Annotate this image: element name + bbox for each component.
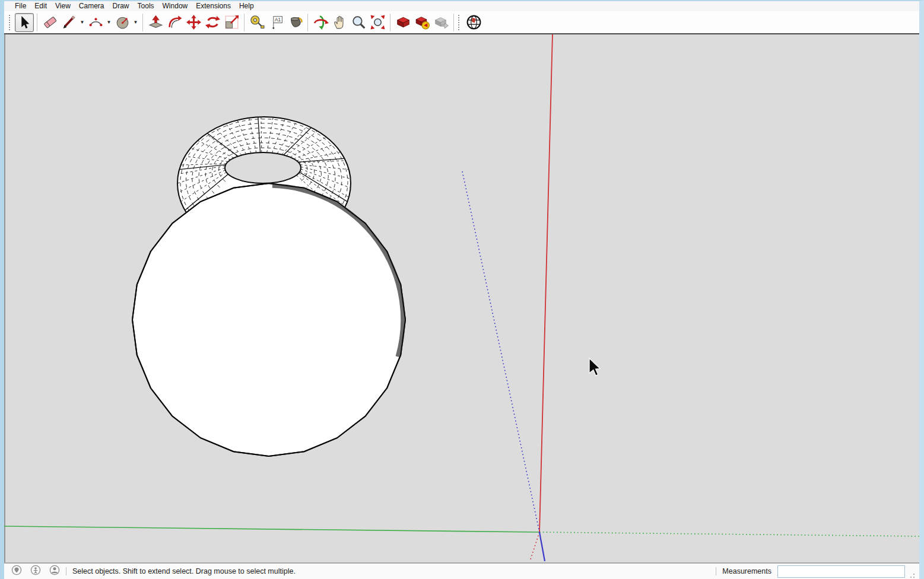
- circle-icon: [115, 14, 131, 30]
- toolbar-separator: [37, 14, 37, 31]
- pan-button[interactable]: [330, 13, 349, 32]
- zoom-button[interactable]: [349, 13, 368, 32]
- signin-icon[interactable]: [49, 565, 60, 578]
- menu-help[interactable]: Help: [235, 1, 258, 11]
- paint-bucket-button[interactable]: [285, 13, 304, 32]
- push-pull-button[interactable]: [146, 13, 165, 32]
- pan-icon: [332, 14, 348, 30]
- paint-bucket-icon: [287, 14, 303, 30]
- blue-axis-dotted: [462, 171, 539, 532]
- text-icon: A1: [268, 14, 284, 30]
- share-model-button[interactable]: [412, 13, 431, 32]
- menu-tools[interactable]: Tools: [134, 1, 158, 11]
- toolbar-drag-handle[interactable]: [9, 15, 12, 30]
- scale-button[interactable]: [222, 13, 241, 32]
- rotate-button[interactable]: [203, 13, 222, 32]
- toolbar-separator: [142, 14, 143, 31]
- mouse-cursor: [589, 358, 600, 376]
- blue-axis-solid: [539, 532, 545, 561]
- red-axis-solid: [539, 34, 553, 532]
- sketchup-window: FileEditViewCameraDrawToolsWindowExtensi…: [0, 0, 924, 579]
- tape-measure-button[interactable]: [247, 13, 266, 32]
- toolbar-separator: [307, 14, 308, 31]
- orbit-icon: [313, 14, 329, 30]
- toolbar-drag-handle[interactable]: [458, 15, 462, 30]
- status-divider: [66, 567, 66, 575]
- green-axis-dotted: [539, 532, 919, 536]
- menu-bar: FileEditViewCameraDrawToolsWindowExtensi…: [4, 1, 919, 11]
- eraser-button[interactable]: [40, 13, 59, 32]
- menu-edit[interactable]: Edit: [30, 1, 51, 11]
- push-pull-icon: [148, 14, 164, 30]
- tape-measure-icon: [249, 14, 265, 30]
- move-icon: [186, 14, 202, 30]
- arc-dropdown-arrow[interactable]: ▼: [105, 13, 113, 32]
- rotate-icon: [205, 14, 221, 30]
- toolbar-separator: [390, 14, 390, 31]
- circle-button[interactable]: [113, 13, 132, 32]
- measurements-input[interactable]: [777, 565, 905, 578]
- zoom-icon: [351, 14, 367, 30]
- zoom-extents-icon: [370, 14, 386, 30]
- toolbar-separator: [453, 14, 454, 31]
- menu-draw[interactable]: Draw: [109, 1, 134, 11]
- credits-icon[interactable]: [30, 565, 41, 578]
- add-location-icon: [466, 14, 482, 30]
- geolocation-icon[interactable]: [11, 565, 22, 578]
- resize-grip[interactable]: [909, 572, 916, 579]
- menu-file[interactable]: File: [11, 1, 30, 11]
- line-dropdown-arrow[interactable]: ▼: [78, 13, 86, 32]
- select-button[interactable]: [15, 13, 34, 32]
- menu-view[interactable]: View: [51, 1, 75, 11]
- share-component-icon: [433, 14, 449, 30]
- toolbar-separator: [244, 14, 245, 31]
- share-component-button[interactable]: [431, 13, 450, 32]
- red-axis-dotted: [530, 532, 539, 561]
- menu-extensions[interactable]: Extensions: [192, 1, 235, 11]
- line-button[interactable]: [59, 13, 78, 32]
- orbit-button[interactable]: [311, 13, 330, 32]
- line-icon: [61, 14, 77, 30]
- measurements-divider: [716, 567, 716, 575]
- get-models-button[interactable]: [393, 13, 412, 32]
- move-button[interactable]: [184, 13, 203, 32]
- circle-dropdown-arrow[interactable]: ▼: [132, 13, 139, 32]
- text-button[interactable]: A1: [266, 13, 285, 32]
- get-models-icon: [395, 14, 411, 30]
- scale-icon: [224, 14, 240, 30]
- follow-me-icon: [167, 14, 183, 30]
- svg-text:A1: A1: [274, 17, 281, 23]
- status-hint: Select objects. Shift to extend select. …: [72, 567, 296, 575]
- menu-window[interactable]: Window: [158, 1, 192, 11]
- eraser-icon: [42, 14, 58, 30]
- toolbar: ▼▼▼A1: [4, 11, 919, 34]
- add-location-button[interactable]: [464, 13, 483, 32]
- viewport-3d[interactable]: [4, 34, 919, 562]
- share-model-icon: [414, 14, 430, 30]
- measurements-label: Measurements: [722, 567, 771, 575]
- select-icon: [17, 14, 33, 30]
- status-icons: [11, 565, 60, 578]
- zoom-extents-button[interactable]: [368, 13, 387, 32]
- status-bar: Select objects. Shift to extend select. …: [4, 562, 919, 579]
- arc-icon: [88, 14, 104, 30]
- green-axis-solid: [4, 526, 539, 532]
- follow-me-button[interactable]: [165, 13, 184, 32]
- menu-camera[interactable]: Camera: [75, 1, 109, 11]
- arc-button[interactable]: [86, 13, 105, 32]
